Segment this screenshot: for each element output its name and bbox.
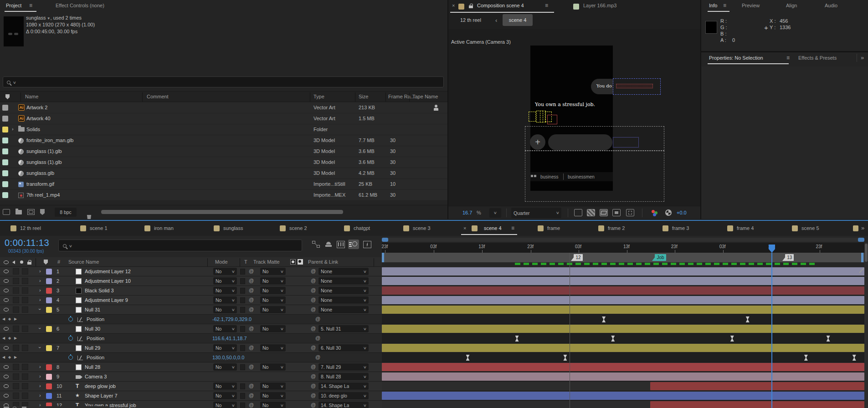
timeline-tab-frame-4[interactable]: frame 4 <box>737 225 754 231</box>
col-comment[interactable]: Comment <box>147 94 169 99</box>
resolution-dropdown[interactable]: Quarter∨ <box>511 208 561 218</box>
interpret-footage-icon[interactable] <box>3 209 10 215</box>
motion-blur-icon[interactable] <box>348 240 359 249</box>
property-value[interactable]: 130.0,50.0,0.0 <box>212 355 244 360</box>
layer-duration-bar[interactable] <box>382 286 864 295</box>
timeline-search-box[interactable]: ∨ <box>58 240 302 251</box>
next-keyframe-icon[interactable]: ▶ <box>14 317 17 321</box>
add-keyframe-icon[interactable]: ◆ <box>8 336 11 340</box>
next-keyframe-icon[interactable]: ▶ <box>14 355 17 359</box>
parent-pickwhip-icon[interactable]: @ <box>311 297 316 302</box>
timeline-tab-frame-3[interactable]: frame 3 <box>672 225 689 231</box>
layer-name[interactable]: Adjustment Layer 9 <box>85 297 128 303</box>
layer-row[interactable]: ›4Adjustment Layer 9No∨@No∨@None∨ <box>0 296 382 305</box>
parent-dropdown[interactable]: 14. Shape La∨ <box>318 402 369 408</box>
playhead-line[interactable] <box>771 253 772 408</box>
graph-toggle-icon[interactable] <box>77 356 83 360</box>
track-matte-dropdown[interactable]: No∨ <box>260 287 286 294</box>
parent-dropdown[interactable]: None∨ <box>318 306 369 313</box>
preserve-transparency-cell[interactable] <box>240 288 245 294</box>
audio-toggle-cell[interactable] <box>13 364 19 370</box>
guides-icon[interactable] <box>626 209 634 216</box>
selection-box-purple[interactable] <box>613 137 639 148</box>
layer-row[interactable]: ›2Adjustment Layer 10No∨@No∨@None∨ <box>0 276 382 286</box>
breadcrumb-current-box[interactable]: scene 4 <box>503 14 533 26</box>
timeline-vertical-scrollbar[interactable] <box>864 243 868 408</box>
preserve-transparency-cell[interactable] <box>240 393 245 399</box>
current-timecode[interactable]: 0:00:11:13 <box>5 238 49 248</box>
layer-duration-bar[interactable] <box>382 306 864 314</box>
prev-keyframe-icon[interactable]: ◀ <box>2 317 5 321</box>
new-folder-icon[interactable] <box>15 210 22 214</box>
close-tab-icon[interactable]: × <box>463 225 466 231</box>
col-track-matte[interactable]: Track Matte <box>253 259 280 265</box>
parent-pickwhip-icon[interactable]: @ <box>311 306 316 312</box>
solo-toggle-cell[interactable] <box>22 278 28 284</box>
comp-marker-12[interactable]: 12 <box>574 254 582 261</box>
item-label-chip[interactable] <box>2 116 8 122</box>
keyframe-icon[interactable] <box>804 355 808 361</box>
layer-row[interactable]: ›11★Shape Layer 7No∨@No∨@10. deep glo∨ <box>0 391 382 401</box>
timeline-tab-chatgpt[interactable]: chatgpt <box>354 225 370 231</box>
audio-toggle-cell[interactable] <box>13 278 19 284</box>
breadcrumb-parent[interactable]: 12 th reel <box>460 17 481 23</box>
layer-label-chip[interactable] <box>46 393 52 399</box>
parent-dropdown[interactable]: None∨ <box>318 296 369 304</box>
parent-pickwhip-icon[interactable]: @ <box>311 402 316 408</box>
track-matte-dropdown[interactable]: No∨ <box>260 344 286 352</box>
layer-label-chip[interactable] <box>46 383 52 389</box>
property-name[interactable]: Position <box>87 336 104 341</box>
track-matte-dropdown[interactable]: No∨ <box>260 277 286 285</box>
add-keyframe-icon[interactable]: ◆ <box>8 317 11 321</box>
channel-rgb-icon[interactable] <box>652 210 659 216</box>
exposure-value[interactable]: +0.0 <box>677 210 687 215</box>
mask-box-yellow[interactable] <box>529 112 536 122</box>
layer-row[interactable]: ›8Null 28No∨@No∨@7. Null 29∨ <box>0 362 382 372</box>
lock-icon[interactable] <box>469 5 473 8</box>
parent-dropdown[interactable]: None∨ <box>318 277 369 285</box>
mode-dropdown[interactable]: No∨ <box>213 268 237 275</box>
item-label-chip[interactable] <box>2 181 8 187</box>
parent-pickwhip-icon[interactable]: @ <box>311 345 316 350</box>
layer-label-chip[interactable] <box>46 345 52 351</box>
tab-menu-icon[interactable]: ≡ <box>511 225 514 231</box>
layer-track[interactable] <box>382 362 864 372</box>
track-matte-dropdown[interactable]: No∨ <box>260 392 286 399</box>
audio-toggle-cell[interactable] <box>13 345 19 351</box>
layer-duration-bar[interactable] <box>382 392 864 400</box>
timeline-tab-scene-4[interactable]: scene 4 <box>484 225 502 231</box>
layer-expander-icon[interactable]: › <box>39 268 41 274</box>
solo-toggle-cell[interactable] <box>22 364 28 370</box>
audio-toggle-cell[interactable] <box>13 383 19 389</box>
track-matte-dropdown[interactable]: No∨ <box>260 363 286 371</box>
col-source-name[interactable]: Source Name <box>68 259 99 265</box>
layer-name[interactable]: deep glow job <box>85 383 116 389</box>
project-horizontal-scrollbar[interactable] <box>101 210 343 214</box>
region-of-interest-icon[interactable] <box>612 209 621 216</box>
layer-label-chip[interactable] <box>46 364 52 370</box>
audio-toggle-cell[interactable] <box>13 287 19 294</box>
work-area-end-bracket[interactable] <box>861 253 863 262</box>
timeline-tab-scene-3[interactable]: scene 3 <box>413 225 431 231</box>
track-matte-dropdown[interactable]: No∨ <box>260 306 286 313</box>
mode-dropdown[interactable]: No∨ <box>213 287 237 294</box>
timeline-tab-scene-2[interactable]: scene 2 <box>289 225 307 231</box>
col-size[interactable]: Size <box>359 94 368 99</box>
tab-properties[interactable]: Properties: No Selection <box>709 55 763 61</box>
timeline-tab-frame-2[interactable]: frame 2 <box>608 225 625 231</box>
track-matte-dropdown[interactable]: No∨ <box>260 402 286 408</box>
graph-toggle-icon[interactable] <box>77 317 83 322</box>
mask-box-red[interactable] <box>547 115 557 124</box>
eye-toggle-icon[interactable] <box>4 298 9 302</box>
track-matte-dropdown[interactable]: No∨ <box>260 382 286 390</box>
prev-keyframe-icon[interactable]: ◀ <box>2 336 5 340</box>
matte-pickwhip-icon[interactable]: @ <box>249 287 254 293</box>
project-search-input[interactable] <box>20 78 430 86</box>
layer-duration-bar[interactable] <box>382 344 864 352</box>
col-name[interactable]: Name <box>25 94 38 99</box>
layer-track[interactable] <box>382 324 864 334</box>
item-label-chip[interactable] <box>2 138 8 143</box>
project-item-row[interactable]: fortnite_iron_man.glb3D Model7.7 MB30 <box>0 135 447 146</box>
layer-duration-bar[interactable] <box>650 401 864 408</box>
stopwatch-icon[interactable] <box>68 355 73 360</box>
